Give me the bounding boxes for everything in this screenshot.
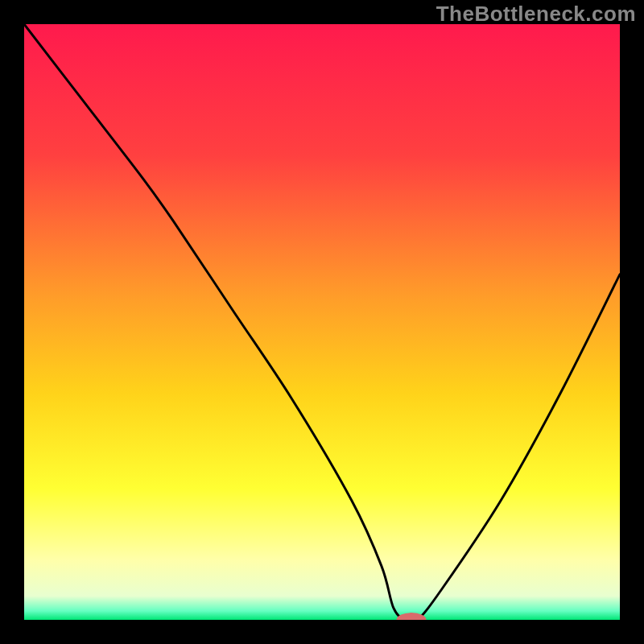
chart-frame: TheBottleneck.com (0, 0, 644, 644)
chart-svg (24, 24, 620, 620)
watermark-text: TheBottleneck.com (436, 2, 636, 27)
plot-area (24, 24, 620, 620)
gradient-background (24, 24, 620, 620)
